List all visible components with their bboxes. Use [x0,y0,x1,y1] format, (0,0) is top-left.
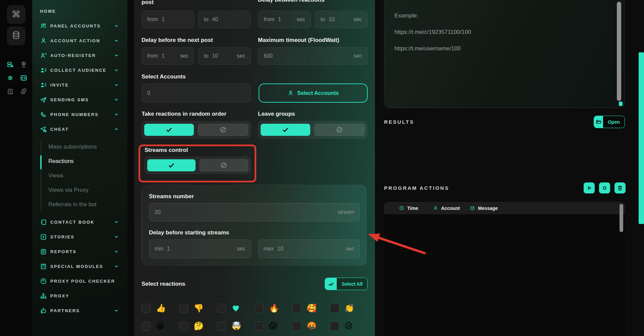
crying-emoji: 😢 [344,321,353,331]
reaction-checkbox[interactable] [179,304,188,313]
delay-between-reactions-label: Delay between reactions [258,0,324,3]
next-post-delay-from-input[interactable]: from 1 sec [142,47,194,65]
reaction-checkbox[interactable] [255,304,264,313]
sidebar-item-special-modules[interactable]: SPECIAL MODULES [32,259,127,274]
sidebar-item-auto-register[interactable]: AUTO-REGISTER [32,48,127,63]
person-list-icon [40,81,47,89]
toggle-on-button[interactable] [144,124,194,136]
reaction-checkbox[interactable] [142,322,151,331]
resize-handle[interactable] [619,102,623,106]
delete-button[interactable] [614,182,626,193]
sidebar-item-contact-book[interactable]: CONTACT BOOK [32,215,127,229]
reaction-cell: 😁 [142,321,179,331]
input-value: 10 [277,246,283,252]
mint-heart-icon [231,304,240,313]
server-check-icon[interactable] [6,60,14,68]
links-textarea[interactable]: Example: https://t.me/c/1923571100/100 h… [384,0,625,108]
play-icon [586,185,592,191]
sidebar-item-label: SPECIAL MODULES [50,264,103,269]
accounts-count-input[interactable]: 0 [142,83,251,103]
chevron-down-icon [114,234,119,239]
grin-emoji: 😁 [156,321,164,331]
select-accounts-button[interactable]: Select Accounts [259,83,368,103]
person-icon [433,206,438,211]
submenu-item-views-via-proxy[interactable]: Views via Proxy [48,183,127,197]
sidebar-item-partners[interactable]: PARTNERS [32,303,127,318]
sidebar-item-stories[interactable]: STORIES [32,229,127,244]
sidebar-item-label: PANEL ACCOUNTS [50,23,101,29]
sidebar-item-phone-numbers[interactable]: PHONE NUMBERS [32,107,127,122]
select-all-button[interactable]: Select All [325,278,368,290]
reaction-checkbox[interactable] [292,304,301,313]
clipped-label-row: post Delay between reactions [142,0,368,5]
bot-gear-icon[interactable] [6,74,14,82]
reaction-checkbox[interactable] [330,322,339,331]
sidebar-item-reports[interactable]: REPORTS [32,244,127,259]
sidebar-item-home[interactable]: HOME [32,4,127,18]
stop-button[interactable] [599,182,610,193]
post-from-input[interactable]: from 1 [142,11,194,28]
account-webcam-icon[interactable] [19,60,28,68]
streams-number-input[interactable]: 20 stream [149,203,360,221]
sidebar-item-label: STORIES [50,234,74,239]
column-time: Time [399,206,433,211]
toggle-off-button[interactable] [314,124,365,136]
sidebar-item-label: PROXY POOL CHECKER [50,279,115,284]
reaction-checkbox[interactable] [255,322,264,331]
submenu-item-referrals[interactable]: Referrals in the bot [48,197,127,212]
sidebar-item-cheat[interactable]: CHEAT [32,122,127,136]
reaction-checkbox[interactable] [330,304,339,313]
streams-delay-max-input[interactable]: max 10 sec [258,239,360,258]
reaction-checkbox[interactable] [142,304,151,313]
streams-delay-min-input[interactable]: min 1 sec [149,239,251,258]
textarea-scrollbar[interactable] [617,2,621,101]
paper-plane-icon [40,96,47,103]
toggle-off-button[interactable] [198,124,248,136]
sidebar-item-label: SENDING SMS [50,97,89,102]
submenu-item-views[interactable]: Views [48,168,127,183]
button-label: Select Accounts [297,90,339,96]
command-icon: ⌘ [12,9,21,20]
swap-icon[interactable] [19,87,28,95]
reactions-row-2: 😁 🤔 🤯 😱 🤬 😢 [142,321,368,331]
reaction-checkbox[interactable] [217,322,226,331]
reaction-checkbox[interactable] [292,322,301,331]
reaction-checkbox[interactable] [217,304,226,313]
reaction-delay-to-input[interactable]: to 10 sec [315,11,368,28]
next-post-delay-to-input[interactable]: to 10 sec [198,47,251,65]
toggle-on-button[interactable] [147,159,196,171]
sidebar-item-proxy-pool-checker[interactable]: PROXY POOL CHECKER [32,274,127,288]
submenu-item-mass-subscriptions[interactable]: Mass subscriptions [48,139,127,154]
sidebar-item-label: INVITE [50,82,69,88]
reaction-checkbox[interactable] [179,322,188,331]
table-scrollbar[interactable] [620,204,623,232]
chevron-down-icon [114,308,119,313]
open-results-button[interactable]: Open [594,116,625,128]
toggle-on-button[interactable] [261,124,310,136]
submenu-item-reactions[interactable]: Reactions [48,154,127,168]
input-prefix: from [264,16,274,22]
code-window-icon[interactable] [19,74,28,82]
post-to-input[interactable]: to 40 [198,11,251,28]
clipboard-check-icon[interactable] [6,87,14,95]
database-button[interactable] [7,26,25,45]
reaction-cell: 🤬 [292,321,330,331]
sidebar-item-proxy[interactable]: PROXY [32,288,127,303]
sidebar-item-account-action[interactable]: ACCOUNT ACTION [32,33,127,48]
chevron-down-icon [114,23,119,29]
sidebar-item-collect-audience[interactable]: COLLECT AUDIENCE [32,63,127,77]
max-timeout-input[interactable]: 600 sec [258,47,368,65]
command-button[interactable]: ⌘ [7,5,25,24]
reaction-delay-from-input[interactable]: from 1 sec [258,11,311,28]
random-order-toggle [142,121,251,138]
sidebar-item-panel-accounts[interactable]: PANEL ACCOUNTS [32,18,127,33]
example-link: https://t.me/username/100 [394,45,614,52]
input-value: 1 [162,16,165,22]
input-unit: sec [354,16,362,22]
toggle-off-button[interactable] [200,159,249,171]
start-button[interactable] [584,182,595,193]
delay-next-post-label: Delay before the next post [142,37,213,43]
sidebar-item-invite[interactable]: INVITE [32,77,127,92]
sidebar-item-sending-sms[interactable]: SENDING SMS [32,92,127,107]
window-scrollbar[interactable] [639,52,644,224]
